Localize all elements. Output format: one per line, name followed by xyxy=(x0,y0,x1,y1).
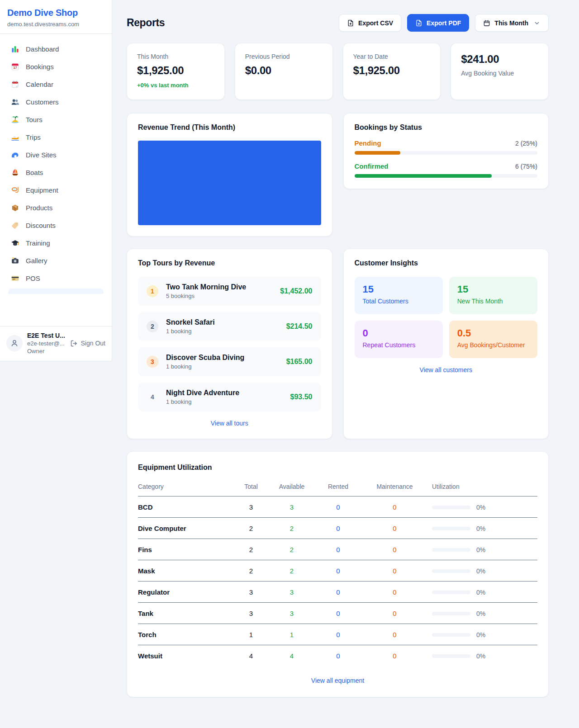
stat-label: This Month xyxy=(137,53,214,60)
cell-rented: 0 xyxy=(314,560,362,581)
insight-label: Total Customers xyxy=(363,298,435,305)
utilization-bar xyxy=(432,654,470,658)
cell-utilization: 0% xyxy=(427,603,537,624)
sidebar-item-label: POS xyxy=(26,274,40,282)
insight-value: 0.5 xyxy=(457,327,529,339)
tour-amount: $1,452.00 xyxy=(280,287,312,295)
period-dropdown[interactable]: This Month xyxy=(475,14,549,32)
sidebar-item-training[interactable]: Training xyxy=(4,234,108,252)
table-row: Torch 1 1 0 0 0% xyxy=(138,624,537,645)
sidebar-item-trips[interactable]: Trips xyxy=(4,128,108,146)
status-label: Pending xyxy=(355,139,381,147)
sign-out-label: Sign Out xyxy=(81,340,105,347)
cell-rented: 0 xyxy=(314,603,362,624)
export-csv-button[interactable]: Export CSV xyxy=(339,14,401,32)
revenue-trend-chart xyxy=(138,141,321,225)
cell-available: 1 xyxy=(269,624,314,645)
sidebar-item-products[interactable]: Products xyxy=(4,199,108,217)
view-all-equipment-link[interactable]: View all equipment xyxy=(138,677,537,684)
table-row: Dive Computer 2 2 0 0 0% xyxy=(138,518,537,539)
view-all-tours-link[interactable]: View all tours xyxy=(138,420,321,427)
users-icon xyxy=(11,98,19,106)
cell-utilization: 0% xyxy=(427,624,537,645)
equipment-utilization-title: Equipment Utilization xyxy=(138,463,537,472)
sidebar-item-pos[interactable]: POS xyxy=(4,269,108,287)
col-rented: Rented xyxy=(314,477,362,496)
sidebar-item-equipment[interactable]: Equipment xyxy=(4,181,108,199)
sidebar-item-dive-sites[interactable]: Dive Sites xyxy=(4,146,108,164)
export-pdf-label: Export PDF xyxy=(427,19,461,27)
sidebar-item-dashboard[interactable]: Dashboard xyxy=(4,40,108,58)
tour-row: 2 Snorkel Safari 1 booking $214.50 xyxy=(138,312,321,341)
package-icon xyxy=(11,203,19,212)
cell-rented: 0 xyxy=(314,539,362,560)
sidebar-item-label: Dive Sites xyxy=(26,151,57,159)
sidebar-item-reports-partial[interactable] xyxy=(8,288,104,294)
insight-value: 15 xyxy=(363,284,435,295)
cell-category: Torch xyxy=(138,624,233,645)
page-header: Reports Export CSV Export PDF xyxy=(127,14,549,32)
user-info: E2E Test U... e2e-tester@... Owner xyxy=(27,332,66,355)
cell-utilization: 0% xyxy=(427,496,537,518)
stat-card-this-month: This Month $1,925.00 +0% vs last month xyxy=(127,43,225,100)
table-row: BCD 3 3 0 0 0% xyxy=(138,496,537,518)
sidebar-item-discounts[interactable]: Discounts xyxy=(4,217,108,234)
sidebar-item-calendar[interactable]: Calendar xyxy=(4,76,108,93)
cell-rented: 0 xyxy=(314,624,362,645)
cell-category: BCD xyxy=(138,496,233,518)
col-total: Total xyxy=(233,477,269,496)
diving-mask-icon xyxy=(11,186,19,194)
sidebar-item-boats[interactable]: Boats xyxy=(4,164,108,181)
page-title: Reports xyxy=(127,17,165,29)
sidebar-user-footer: E2E Test U... e2e-tester@... Owner Sign … xyxy=(0,326,112,361)
cell-category: Wetsuit xyxy=(138,645,233,667)
cell-rented: 0 xyxy=(314,496,362,518)
cell-category: Tank xyxy=(138,603,233,624)
cell-available: 2 xyxy=(269,560,314,581)
cell-available: 4 xyxy=(269,645,314,667)
sidebar-item-customers[interactable]: Customers xyxy=(4,93,108,111)
graduation-cap-icon xyxy=(11,239,19,247)
island-icon xyxy=(11,115,19,124)
cell-maintenance: 0 xyxy=(362,581,427,603)
sidebar-item-label: Gallery xyxy=(26,257,47,265)
cell-category: Dive Computer xyxy=(138,518,233,539)
sidebar-item-gallery[interactable]: Gallery xyxy=(4,252,108,269)
tour-row: 1 Two Tank Morning Dive 5 bookings $1,45… xyxy=(138,277,321,306)
cell-category: Fins xyxy=(138,539,233,560)
sidebar-item-bookings[interactable]: 17 Bookings xyxy=(4,58,108,76)
cell-rented: 0 xyxy=(314,581,362,603)
insight-label: New This Month xyxy=(457,298,529,305)
export-csv-label: Export CSV xyxy=(358,19,393,27)
sign-out-button[interactable]: Sign Out xyxy=(70,340,105,347)
tour-amount: $214.50 xyxy=(286,322,313,331)
sidebar-item-label: Bookings xyxy=(26,63,54,71)
charts-row: Revenue Trend (This Month) Bookings by S… xyxy=(127,113,549,236)
cell-maintenance: 0 xyxy=(362,645,427,667)
sidebar-item-label: Customers xyxy=(26,98,59,106)
status-count: 6 (75%) xyxy=(515,163,537,170)
cell-utilization: 0% xyxy=(427,581,537,603)
brand-name: Demo Dive Shop xyxy=(7,8,104,18)
insight-tile-new-this-month: 15 New This Month xyxy=(449,277,537,314)
sidebar-item-label: Boats xyxy=(26,169,43,176)
insight-label: Avg Bookings/Customer xyxy=(457,341,529,349)
tour-name: Discover Scuba Diving xyxy=(166,354,244,362)
export-pdf-button[interactable]: Export PDF xyxy=(407,14,469,32)
progress-fill xyxy=(355,174,492,178)
cell-total: 3 xyxy=(233,603,269,624)
sidebar-item-tours[interactable]: Tours xyxy=(4,111,108,128)
cell-utilization: 0% xyxy=(427,518,537,539)
calendar-icon xyxy=(483,19,490,27)
status-row-confirmed: Confirmed 6 (75%) xyxy=(355,162,538,178)
stat-card-year-to-date: Year to Date $1,925.00 xyxy=(343,43,441,100)
cell-maintenance: 0 xyxy=(362,560,427,581)
table-header-row: Category Total Available Rented Maintena… xyxy=(138,477,537,496)
cell-available: 2 xyxy=(269,539,314,560)
table-row: Mask 2 2 0 0 0% xyxy=(138,560,537,581)
rank-badge: 3 xyxy=(147,356,158,368)
view-all-customers-link[interactable]: View all customers xyxy=(355,366,538,373)
insight-tile-repeat-customers: 0 Repeat Customers xyxy=(355,321,443,358)
person-icon xyxy=(10,339,19,348)
wave-icon xyxy=(11,151,19,159)
